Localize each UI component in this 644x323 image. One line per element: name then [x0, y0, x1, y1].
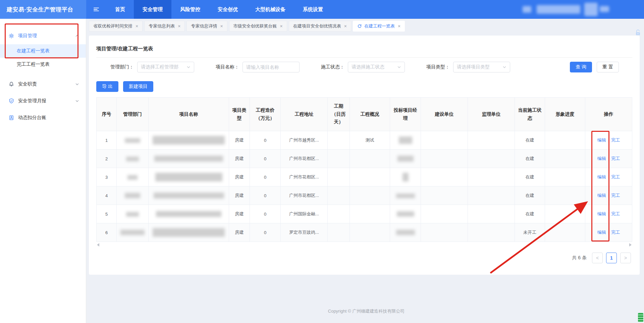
cell-manager-redacted	[390, 223, 421, 242]
sidebar-item-score-ledger[interactable]: 动态扣分台账	[0, 109, 86, 126]
sidebar-item-project-management[interactable]: 项目管理	[0, 28, 86, 44]
cell-actions: 编辑|完工	[585, 168, 632, 186]
table-row: 1 房建 0 广州市越秀区... 测试	[97, 131, 632, 150]
cell-type: 房建	[229, 205, 250, 223]
avatar[interactable]	[584, 3, 598, 16]
floating-widget[interactable]	[638, 313, 643, 322]
close-icon[interactable]: ×	[344, 24, 347, 29]
cell-status: 在建	[515, 186, 545, 205]
type-select[interactable]: 请选择项目类型	[453, 62, 510, 72]
finish-link[interactable]: 完工	[611, 193, 620, 198]
cell-supervisor	[468, 150, 515, 168]
cell-overview	[350, 168, 390, 186]
cell-type: 房建	[229, 223, 250, 242]
finish-link[interactable]: 完工	[611, 156, 620, 161]
edit-link[interactable]: 编辑	[597, 174, 606, 179]
finish-link[interactable]: 完工	[611, 174, 620, 179]
action-divider: |	[608, 211, 609, 216]
cell-term	[328, 223, 350, 242]
filter-status: 施工状态： 请选择施工状态	[321, 62, 405, 72]
table-row: 6 房建 0 罗定市豆豉鸡...	[97, 223, 632, 242]
reset-button[interactable]: 重 置	[597, 62, 619, 72]
tab-expert-list[interactable]: 专家信息列表 ×	[144, 21, 185, 32]
finish-link[interactable]: 完工	[611, 138, 620, 143]
nav-item-safety-management[interactable]: 安全管理	[134, 0, 171, 19]
nav-item-safety-excellence[interactable]: 安全创优	[209, 0, 247, 19]
search-button[interactable]: 查 询	[570, 62, 592, 72]
chevron-down-icon	[75, 82, 79, 86]
project-name-input[interactable]	[246, 64, 296, 70]
nav-item-system-settings[interactable]: 系统设置	[294, 0, 332, 19]
close-icon[interactable]: ×	[280, 24, 283, 29]
cell-progress	[545, 131, 585, 150]
tab-expert-detail[interactable]: 专家信息详情 ×	[186, 21, 227, 32]
nav-item-risk-control[interactable]: 风险管控	[171, 0, 209, 19]
nav-item-machinery[interactable]: 大型机械设备	[247, 0, 294, 19]
column-header-actions: 操作	[585, 98, 632, 131]
cell-dept-redacted	[117, 131, 149, 150]
username-redacted	[537, 5, 580, 14]
cell-name-redacted	[149, 168, 229, 186]
close-icon[interactable]: ×	[136, 24, 138, 29]
projects-table-wrap: 序号 管理部门 项目名称 项目类型 工程造价（万元） 工程地址 工期（日历天） …	[96, 97, 632, 247]
sidebar-item-completed-projects[interactable]: 完工工程一览表	[0, 58, 86, 71]
dept-label: 管理部门：	[110, 64, 134, 70]
cell-status: 在建	[515, 205, 545, 223]
next-page-button[interactable]: >	[620, 253, 631, 263]
sidebar-item-monthly-report[interactable]: 安全管理月报	[0, 93, 86, 109]
tab-provincial-schedule[interactable]: 省双优检评时间安排 ×	[89, 21, 143, 32]
cell-manager-redacted	[390, 186, 421, 205]
dept-select[interactable]: 请选择工程管理部	[137, 62, 194, 72]
lock-tabs-button[interactable]	[634, 29, 642, 38]
cell-dept-redacted	[117, 168, 149, 186]
tab-inprogress-safety-status[interactable]: 在建项目安全创优情况表 ×	[289, 21, 351, 32]
filter-buttons: 查 询 重 置	[570, 62, 619, 72]
action-divider: |	[608, 193, 609, 198]
create-project-button[interactable]: 新建项目	[123, 81, 153, 92]
cell-overview	[350, 186, 390, 205]
refresh-icon[interactable]	[357, 24, 362, 29]
finish-link[interactable]: 完工	[611, 230, 620, 235]
cell-supervisor	[468, 223, 515, 242]
edit-link[interactable]: 编辑	[597, 193, 606, 198]
close-icon[interactable]: ×	[398, 24, 400, 29]
tab-label: 省双优检评时间安排	[93, 23, 132, 29]
tab-city-award-ledger[interactable]: 市级安全创优获奖台账 ×	[229, 21, 287, 32]
export-button[interactable]: 导 出	[96, 81, 118, 92]
edit-link[interactable]: 编辑	[597, 230, 606, 235]
cell-overview	[350, 223, 390, 242]
action-divider: |	[608, 138, 609, 143]
filter-dept: 管理部门： 请选择工程管理部	[110, 62, 194, 72]
edit-link[interactable]: 编辑	[597, 156, 606, 161]
status-select[interactable]: 请选择施工状态	[348, 62, 405, 72]
prev-page-button[interactable]: <	[592, 253, 603, 263]
action-divider: |	[608, 230, 609, 235]
finish-link[interactable]: 完工	[611, 211, 620, 216]
edit-link[interactable]: 编辑	[597, 138, 606, 143]
scroll-left-arrow[interactable]	[97, 243, 99, 247]
cell-actions: 编辑|完工	[585, 131, 632, 150]
column-header-builder: 建设单位	[421, 98, 468, 131]
cell-progress	[545, 205, 585, 223]
close-icon[interactable]: ×	[178, 24, 180, 29]
cell-term	[328, 150, 350, 168]
close-icon[interactable]: ×	[220, 24, 223, 29]
breadcrumb: 项目管理/在建工程一览表	[96, 36, 632, 52]
scroll-right-arrow[interactable]	[629, 243, 632, 247]
collapse-sidebar-button[interactable]	[86, 0, 106, 19]
tab-inprogress-projects[interactable]: 在建工程一览表 ×	[353, 21, 405, 32]
nav-item-home[interactable]: 首页	[106, 0, 134, 19]
cell-seq: 4	[97, 186, 117, 205]
cell-builder	[421, 150, 468, 168]
column-header-name: 项目名称	[149, 98, 229, 131]
column-header-supervisor: 监理单位	[468, 98, 515, 131]
cell-actions: 编辑|完工	[585, 223, 632, 242]
sidebar-item-safety-duty[interactable]: 安全职责	[0, 76, 86, 93]
type-select-placeholder: 请选择项目类型	[457, 64, 502, 70]
edit-link[interactable]: 编辑	[597, 211, 606, 216]
page-1-button[interactable]: 1	[606, 253, 617, 263]
cell-address: 广州市花都区...	[281, 168, 328, 186]
sidebar-item-inprogress-projects[interactable]: 在建工程一览表	[0, 44, 86, 58]
top-navigation: 首页 安全管理 风险管控 安全创优 大型机械设备 系统设置	[86, 0, 332, 19]
column-header-dept: 管理部门	[117, 98, 149, 131]
